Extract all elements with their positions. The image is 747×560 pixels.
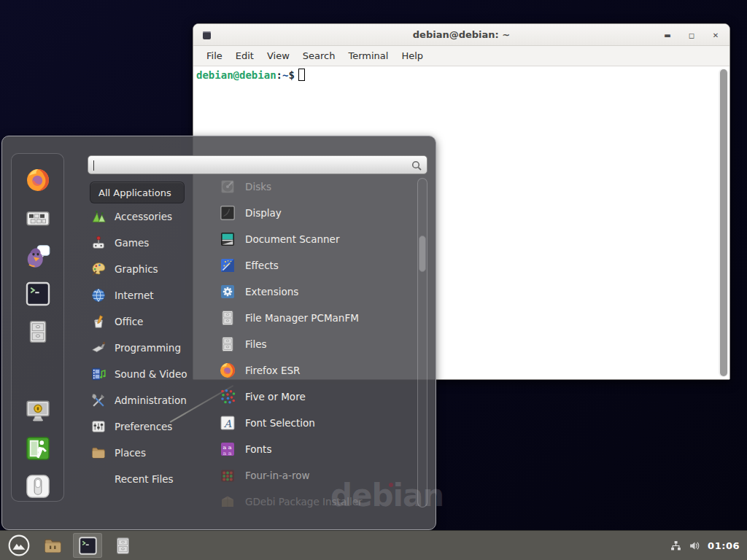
app-label: Firefox ESR bbox=[245, 365, 300, 376]
category-item-graphics[interactable]: Graphics bbox=[87, 256, 214, 282]
category-label: Office bbox=[115, 316, 143, 327]
category-label: Recent Files bbox=[115, 473, 174, 485]
category-item-office[interactable]: Office bbox=[87, 308, 214, 335]
favorite-messenger-button[interactable] bbox=[25, 243, 51, 269]
app-item-five-or-more[interactable]: Five or More bbox=[214, 384, 409, 410]
menubar-item-search[interactable]: Search bbox=[296, 47, 342, 64]
app-label: Font Selection bbox=[245, 417, 315, 429]
category-item-recent-files[interactable]: Recent Files bbox=[87, 466, 214, 492]
category-label: Preferences bbox=[115, 421, 172, 432]
app-item-extensions[interactable]: Extensions bbox=[214, 279, 409, 305]
text-caret bbox=[93, 160, 94, 171]
app-item-display[interactable]: Display bbox=[214, 200, 409, 226]
close-button[interactable]: ✕ bbox=[708, 24, 724, 46]
app-label: Four-in-a-row bbox=[245, 470, 310, 481]
terminal-scrollbar-thumb[interactable] bbox=[720, 69, 727, 376]
category-label: Programming bbox=[115, 342, 181, 354]
app-item-four-in-a-row[interactable]: Four-in-a-row bbox=[214, 462, 409, 489]
all-applications-label: All Applications bbox=[98, 187, 171, 198]
svg-text:a a: a a bbox=[223, 450, 232, 456]
application-menu: debian All Applications Accessories Game… bbox=[1, 136, 436, 530]
category-item-accessories[interactable]: Accessories bbox=[87, 203, 214, 230]
app-label: Extensions bbox=[245, 286, 298, 298]
system-tray: 01:06 bbox=[670, 540, 740, 552]
terminal-cursor bbox=[298, 69, 305, 81]
taskbar: 01:06 bbox=[0, 530, 747, 560]
start-menu-button[interactable] bbox=[7, 534, 31, 557]
category-icon bbox=[90, 314, 107, 330]
clock[interactable]: 01:06 bbox=[708, 540, 740, 551]
category-icon bbox=[90, 209, 107, 225]
taskbar-terminal-button[interactable] bbox=[73, 533, 102, 558]
network-icon[interactable] bbox=[670, 540, 682, 552]
app-icon bbox=[219, 335, 236, 353]
minimize-button[interactable]: ▬ bbox=[659, 24, 676, 46]
svg-text:A: A bbox=[223, 418, 232, 429]
menubar-item-view[interactable]: View bbox=[260, 47, 296, 64]
maximize-button[interactable]: ◻ bbox=[684, 24, 700, 46]
app-item-files[interactable]: Files bbox=[214, 331, 409, 357]
app-item-firefox-esr[interactable]: Firefox ESR bbox=[214, 357, 409, 384]
app-item-fonts[interactable]: a aa a Fonts bbox=[214, 436, 409, 462]
app-icon bbox=[219, 283, 236, 300]
prompt-user-host: debian@debian bbox=[196, 69, 276, 81]
category-item-internet[interactable]: Internet bbox=[87, 282, 214, 308]
favorite-log-out-button[interactable] bbox=[25, 435, 51, 462]
app-icon bbox=[219, 178, 236, 195]
terminal-title: debian@debian: ~ bbox=[193, 24, 729, 45]
app-icon: a aa a bbox=[219, 440, 236, 458]
favorite-control-center-button[interactable] bbox=[25, 205, 51, 231]
category-item-programming[interactable]: Programming bbox=[87, 335, 214, 361]
app-label: Disks bbox=[245, 181, 271, 192]
category-icon bbox=[90, 419, 107, 435]
category-all-applications[interactable]: All Applications bbox=[90, 182, 185, 203]
terminal-scrollbar[interactable] bbox=[719, 69, 728, 377]
app-item-gdebi-package-installer[interactable]: GDebi Package Installer bbox=[214, 489, 409, 515]
application-list: Disks Display Document Scanner Effects E… bbox=[214, 174, 409, 515]
favorite-shut-down-button[interactable] bbox=[25, 473, 51, 499]
search-icon bbox=[411, 160, 422, 171]
prompt-dollar: $ bbox=[288, 69, 294, 81]
menubar-item-terminal[interactable]: Terminal bbox=[341, 47, 395, 64]
taskbar-files-button[interactable] bbox=[108, 533, 137, 558]
category-item-preferences[interactable]: Preferences bbox=[87, 413, 214, 440]
category-item-games[interactable]: Games bbox=[87, 230, 214, 256]
menu-scrollbar[interactable] bbox=[417, 178, 427, 508]
search-input[interactable] bbox=[88, 155, 427, 174]
app-item-font-selection[interactable]: A Font Selection bbox=[214, 410, 409, 436]
app-icon bbox=[219, 257, 236, 274]
terminal-menubar: FileEditViewSearchTerminalHelp bbox=[193, 46, 729, 66]
app-item-disks[interactable]: Disks bbox=[214, 174, 409, 200]
category-item-places[interactable]: Places bbox=[87, 440, 214, 466]
app-item-document-scanner[interactable]: Document Scanner bbox=[214, 226, 409, 252]
menu-scrollbar-thumb[interactable] bbox=[419, 236, 426, 272]
menubar-item-file[interactable]: File bbox=[200, 47, 229, 64]
favorite-lock-screen-button[interactable] bbox=[25, 397, 51, 424]
category-list: All Applications Accessories Games Graph… bbox=[87, 180, 214, 492]
menubar-item-edit[interactable]: Edit bbox=[229, 47, 260, 64]
app-label: Display bbox=[245, 207, 282, 219]
app-item-effects[interactable]: Effects bbox=[214, 252, 409, 279]
favorite-web-browser-button[interactable] bbox=[25, 167, 51, 193]
category-icon bbox=[90, 287, 107, 303]
app-item-file-manager-pcmanfm[interactable]: File Manager PCManFM bbox=[214, 305, 409, 331]
favorite-file-manager-button[interactable] bbox=[25, 319, 51, 345]
terminal-titlebar[interactable]: debian@debian: ~ ▬ ◻ ✕ bbox=[193, 24, 729, 46]
volume-icon[interactable] bbox=[689, 540, 701, 552]
menubar-item-help[interactable]: Help bbox=[395, 47, 430, 64]
app-icon bbox=[219, 493, 236, 510]
prompt-colon: : bbox=[276, 69, 282, 81]
category-item-administration[interactable]: Administration bbox=[87, 387, 214, 413]
app-icon bbox=[219, 309, 236, 327]
app-icon bbox=[219, 362, 236, 379]
favorite-terminal-button[interactable] bbox=[25, 281, 51, 307]
category-icon bbox=[90, 392, 107, 408]
category-icon bbox=[90, 340, 107, 356]
category-item-sound-video[interactable]: Sound & Video bbox=[87, 361, 214, 387]
taskbar-file-manager-button[interactable] bbox=[38, 533, 67, 558]
category-icon bbox=[90, 366, 107, 382]
app-label: Document Scanner bbox=[245, 233, 339, 245]
app-icon: A bbox=[219, 414, 236, 432]
category-label: Graphics bbox=[115, 263, 158, 275]
app-label: Fonts bbox=[245, 443, 271, 455]
